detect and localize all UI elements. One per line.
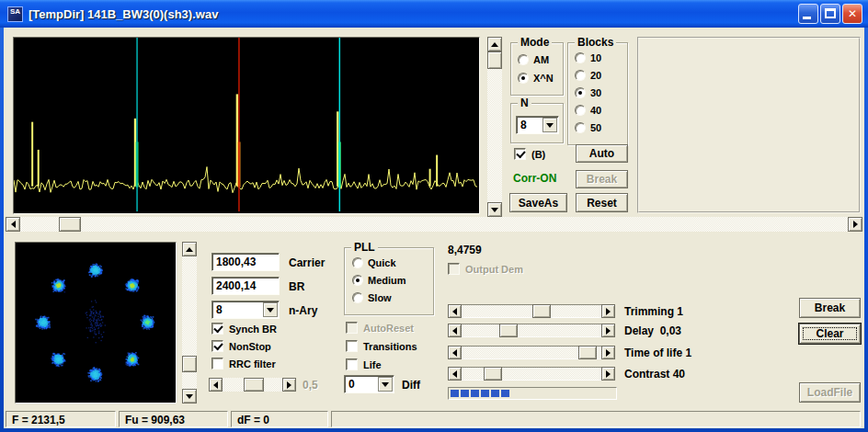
trimming-label: Trimming 1 [624,305,683,318]
minimize-button[interactable] [798,4,818,24]
br-label: BR [289,280,304,293]
radio-blocks-50[interactable]: 50 [575,122,601,133]
arrow-left-icon [11,221,16,228]
carrier-input[interactable]: 1800,43 [211,253,280,271]
nary-combobox[interactable]: 8 [211,301,280,319]
scroll-up-button[interactable] [487,37,502,51]
saveas-button[interactable]: SaveAs [509,193,567,212]
arrow-right-icon [606,349,611,357]
radio-quick[interactable]: Quick [352,257,396,268]
minimize-icon [803,17,811,19]
scroll-thumb[interactable] [182,356,197,372]
arrow-right-icon [853,221,858,228]
slider-left-button[interactable] [448,324,462,337]
slider-right-button[interactable] [601,324,615,337]
radio-circle [575,70,586,81]
slider-left-button[interactable] [448,304,462,318]
delay-slider[interactable] [448,324,615,337]
nary-label: n-Ary [289,304,317,317]
scroll-thumb[interactable] [59,217,81,232]
radio-blocks-40[interactable]: 40 [575,105,601,116]
close-button[interactable]: ✕ [842,4,862,24]
radio-medium[interactable]: Medium [352,275,406,286]
slider-thumb[interactable] [578,346,597,359]
arrow-up-icon [491,42,498,47]
spectrum-display[interactable] [13,37,480,214]
slider-right-button[interactable] [601,367,615,381]
checkbox-box [346,358,358,370]
maximize-icon [825,8,836,18]
clear-button[interactable]: Clear [799,324,861,344]
radio-label: 10 [590,52,601,63]
combo-drop-button[interactable] [542,118,557,132]
radio-am[interactable]: AM [518,54,549,65]
radio-circle [352,292,363,303]
combo-drop-button[interactable] [378,377,393,392]
diff-combobox[interactable]: 0 [344,375,394,393]
slider-right-button[interactable] [601,346,615,359]
spectrum-vscrollbar[interactable] [487,37,502,217]
main-hscrollbar[interactable] [6,217,862,232]
radio-slow[interactable]: Slow [352,292,392,303]
radio-blocks-30[interactable]: 30 [575,87,601,98]
rrcfilter-checkbox[interactable]: RRC filter [211,358,276,369]
reset-button[interactable]: Reset [576,193,628,212]
radio-label: Quick [368,257,396,268]
n-combobox-value: 8 [520,119,527,131]
checkbox-box [211,358,223,369]
results-panel [637,37,861,213]
trimming-slider[interactable] [448,304,615,318]
synchbr-checkbox[interactable]: Synch BR [211,323,277,335]
arrow-left-icon [452,327,457,335]
timeoflife-slider[interactable] [448,346,615,359]
slider-right-button[interactable] [601,304,615,318]
progress-bar [448,387,617,400]
radio-label: 30 [590,87,601,98]
scroll-down-button[interactable] [487,202,502,217]
status-bar: F = 2131,5 Fu = 909,63 dF = 0 [4,408,864,428]
status-df: dF = 0 [231,411,328,427]
mode-group: Mode AM X^N [510,42,564,96]
contrast-slider[interactable] [448,367,615,381]
status-f: F = 2131,5 [6,411,116,427]
break-button[interactable]: Break [799,298,861,318]
combo-drop-button[interactable] [263,302,278,317]
scroll-left-button[interactable] [209,378,223,392]
scroll-thumb[interactable] [487,51,502,69]
arrow-right-icon [606,308,611,315]
scroll-right-button[interactable] [848,217,862,232]
arrow-down-icon [186,394,193,399]
transitions-checkbox[interactable]: Transitions [346,340,417,352]
arrow-up-icon [186,247,193,252]
progress-segment [461,390,469,397]
radio-blocks-20[interactable]: 20 [575,70,601,81]
constellation-vscrollbar[interactable] [182,242,197,404]
scroll-thumb[interactable] [244,378,264,392]
radio-blocks-10[interactable]: 10 [575,52,601,63]
n-combobox[interactable]: 8 [516,116,559,134]
nonstop-checkbox[interactable]: NonStop [211,340,271,352]
close-icon: ✕ [843,6,862,21]
rolloff-scrollbar[interactable] [209,378,296,392]
auto-button[interactable]: Auto [576,144,628,163]
scroll-right-button[interactable] [282,378,296,392]
slider-left-button[interactable] [448,367,462,381]
scroll-up-button[interactable] [182,242,197,256]
slider-track [448,324,615,337]
constellation-display[interactable] [15,242,177,404]
slider-left-button[interactable] [448,346,462,359]
arrow-right-icon [606,327,611,335]
checkbox-label: AutoReset [363,323,414,334]
b-checkbox[interactable]: (B) [514,148,545,160]
radio-xn[interactable]: X^N [518,73,554,84]
slider-thumb[interactable] [499,324,518,337]
chevron-down-icon [546,123,554,128]
scroll-left-button[interactable] [6,217,20,232]
slider-thumb[interactable] [484,367,502,381]
br-input[interactable]: 2400,14 [211,277,280,295]
maximize-button[interactable] [820,4,840,24]
scroll-down-button[interactable] [182,389,197,404]
corr-status-label: Corr-ON [513,172,556,185]
slider-thumb[interactable] [532,304,551,318]
life-checkbox[interactable]: Life [346,358,382,370]
